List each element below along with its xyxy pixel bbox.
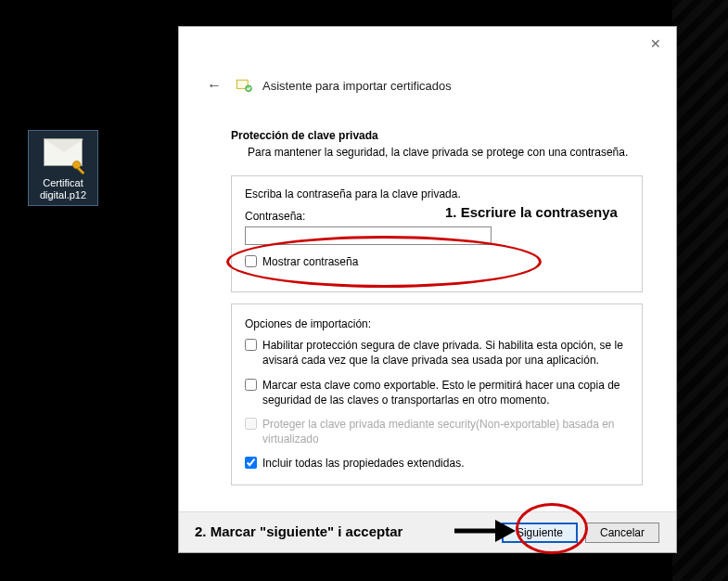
next-button[interactable]: Siguiente <box>502 523 578 543</box>
extended-properties-checkbox[interactable] <box>245 457 257 469</box>
strong-protection-label: Habilitar protección segura de clave pri… <box>262 338 629 368</box>
back-arrow-icon[interactable]: ← <box>203 73 225 97</box>
svg-rect-1 <box>77 167 84 174</box>
wizard-footer: Siguiente Cancelar <box>179 511 676 552</box>
desktop-background-pattern <box>672 0 728 581</box>
import-options-label: Opciones de importación: <box>245 317 629 330</box>
desktop-file-certificate[interactable]: Certificat digital.p12 <box>28 130 98 206</box>
strong-protection-checkbox[interactable] <box>245 339 257 351</box>
show-password-label: Mostrar contraseña <box>262 254 358 269</box>
import-certificate-wizard-window: ✕ ← Asistente para importar certificados… <box>178 26 677 553</box>
password-fieldset: Escriba la contraseña para la clave priv… <box>231 175 643 292</box>
password-instruction: Escriba la contraseña para la clave priv… <box>245 187 629 200</box>
import-options-fieldset: Opciones de importación: Habilitar prote… <box>231 303 643 484</box>
section-heading: Protección de clave privada <box>231 129 643 142</box>
show-password-checkbox[interactable] <box>245 255 257 267</box>
extended-properties-label: Incluir todas las propiedades extendidas… <box>262 456 464 471</box>
password-input[interactable] <box>245 226 492 245</box>
cancel-button[interactable]: Cancelar <box>585 523 659 543</box>
wizard-title: Asistente para importar certificados <box>262 79 452 93</box>
exportable-checkbox[interactable] <box>245 379 257 391</box>
certificate-wizard-icon <box>235 76 253 95</box>
exportable-label: Marcar esta clave como exportable. Esto … <box>262 378 629 407</box>
password-label: Contraseña: <box>245 210 629 223</box>
certificate-file-icon <box>41 138 85 175</box>
virtualized-protection-label: Proteger la clave privada mediante secur… <box>262 417 629 446</box>
desktop-file-label: Certificat digital.p12 <box>31 177 96 201</box>
close-button[interactable]: ✕ <box>645 32 667 55</box>
section-subheading: Para mantener la seguridad, la clave pri… <box>248 146 643 159</box>
virtualized-protection-checkbox <box>245 418 257 430</box>
